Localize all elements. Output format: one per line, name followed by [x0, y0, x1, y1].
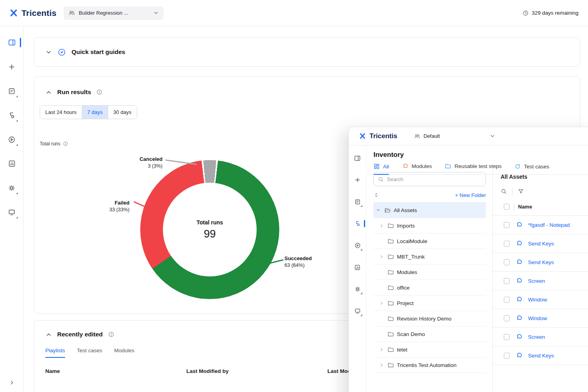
brand-name: Tricentis [369, 132, 397, 140]
sidebar-item-reports[interactable] [5, 157, 19, 170]
collapse-chevron-icon[interactable] [45, 49, 52, 56]
row-checkbox[interactable] [504, 315, 510, 321]
sidebar-item-test-steps[interactable] [5, 108, 19, 122]
table-row: Send Keys [493, 234, 588, 253]
info-icon[interactable] [96, 89, 103, 95]
chevron-right-icon[interactable] [378, 224, 385, 228]
sidebar-item-runs[interactable] [352, 240, 363, 251]
asset-link[interactable]: Send Keys [528, 353, 554, 359]
asset-link[interactable]: Screen [528, 278, 545, 284]
expand-rail-button[interactable] [9, 380, 15, 386]
screen-icon [354, 308, 361, 314]
workspace-selector[interactable]: Default [414, 133, 495, 139]
asset-link[interactable]: Window [528, 315, 547, 321]
sidebar-item-runs[interactable] [5, 133, 19, 146]
asset-link[interactable]: Screen [528, 334, 545, 340]
playlist-board-icon [354, 199, 361, 205]
toolbar-divider [512, 188, 513, 195]
select-all-checkbox[interactable] [504, 204, 510, 210]
sidebar-item-test-steps[interactable] [352, 218, 363, 229]
bar-chart-icon [8, 160, 15, 167]
new-folder-button[interactable]: + New Folder [455, 192, 486, 198]
search-input[interactable] [387, 176, 482, 182]
row-checkbox[interactable] [504, 278, 510, 284]
folder-icon [387, 222, 394, 229]
inventory-sidebar [349, 145, 366, 392]
asset-link[interactable]: *fgasdf - Notepad [528, 222, 570, 228]
sidebar-item-create[interactable] [5, 60, 19, 73]
row-checkbox[interactable] [504, 259, 510, 265]
puzzle-icon [515, 259, 522, 266]
assets-panel-title: All Assets [493, 167, 588, 180]
folder-icon [387, 315, 394, 322]
tree-item[interactable]: office [373, 280, 486, 295]
chevron-right-icon[interactable] [378, 255, 385, 259]
sidebar-item-settings[interactable] [5, 181, 19, 195]
gear-icon [8, 184, 15, 192]
tab-modules[interactable]: Modules [114, 348, 134, 358]
info-icon[interactable] [63, 141, 68, 147]
sidebar-item-playlists[interactable] [352, 196, 363, 207]
row-checkbox[interactable] [504, 297, 510, 303]
tree-item[interactable]: MBT_Trunk [373, 249, 486, 265]
filter-icon[interactable] [518, 188, 524, 195]
row-checkbox[interactable] [504, 222, 510, 228]
sidebar-item-screens[interactable] [352, 305, 363, 317]
play-circle-icon [354, 242, 361, 249]
chevron-right-icon[interactable] [378, 363, 385, 367]
segment-label-failed: Failed 33 (33%) [80, 200, 130, 213]
sort-icon[interactable] [373, 192, 379, 198]
folder-icon [387, 331, 394, 338]
row-checkbox[interactable] [504, 241, 510, 247]
sidebar-item-playlists[interactable] [5, 84, 19, 98]
tree-item[interactable]: Imports [373, 218, 486, 234]
license-status: 329 days remaining [522, 10, 578, 16]
row-checkbox[interactable] [504, 334, 510, 340]
sidebar-item-dashboard[interactable] [352, 153, 363, 164]
brand-name: Tricentis [21, 8, 56, 18]
tree-item-all-assets[interactable]: All Assets [373, 203, 486, 218]
workspace-selector[interactable]: Builder Regression ... [64, 6, 164, 20]
table-row: Send Keys [493, 346, 588, 365]
table-row: *fgasdf - Notepad [493, 216, 588, 234]
range-tab-24h[interactable]: Last 24 hours [40, 106, 82, 119]
info-icon[interactable] [108, 331, 114, 338]
workspace-name: Builder Regression ... [79, 10, 128, 16]
tree-item[interactable]: Project [373, 295, 486, 311]
asset-link[interactable]: Send Keys [528, 259, 554, 265]
tree-item[interactable]: Scan Demo [373, 326, 486, 342]
tree-item[interactable]: LocalModule [373, 234, 486, 249]
asset-link[interactable]: Send Keys [528, 241, 554, 247]
search-icon[interactable] [501, 188, 507, 195]
sidebar-item-create[interactable] [352, 174, 363, 185]
range-tab-7d[interactable]: 7 days [82, 106, 108, 119]
tab-test-cases[interactable]: Test cases [77, 348, 103, 358]
people-icon [68, 10, 75, 16]
asset-link[interactable]: Window [528, 297, 547, 303]
chevron-right-icon[interactable] [378, 348, 385, 352]
playlist-board-icon [8, 87, 15, 95]
sidebar-item-settings[interactable] [352, 284, 363, 295]
table-row: Window [493, 309, 588, 328]
chevron-down-icon[interactable] [375, 208, 381, 212]
row-checkbox[interactable] [504, 353, 510, 359]
segment-label-canceled: Canceled 3 (3%) [113, 156, 162, 170]
sidebar-item-dashboard[interactable] [5, 36, 19, 49]
table-row: Screen [493, 328, 588, 346]
folder-icon [387, 346, 394, 353]
tree-item[interactable]: Modules [373, 265, 486, 280]
range-tab-30d[interactable]: 30 days [108, 106, 137, 119]
collapse-chevron-icon[interactable] [45, 331, 52, 338]
sidebar-item-screens[interactable] [5, 205, 19, 219]
collapse-chevron-icon[interactable] [45, 89, 52, 96]
chevron-right-icon[interactable] [378, 301, 385, 305]
tree-item[interactable]: tetet [373, 342, 486, 357]
tab-playlists[interactable]: Playlists [45, 348, 65, 358]
run-results-donut[interactable]: Total runs 99 [140, 160, 279, 299]
tree-item[interactable]: Revision History Demo [373, 311, 486, 326]
donut-center-label: Total runs [197, 219, 223, 226]
clock-icon [522, 10, 529, 16]
sidebar-item-reports[interactable] [352, 262, 363, 273]
workspace-name: Default [424, 133, 440, 139]
tree-item[interactable]: Tricentis Test Automation [373, 357, 486, 373]
